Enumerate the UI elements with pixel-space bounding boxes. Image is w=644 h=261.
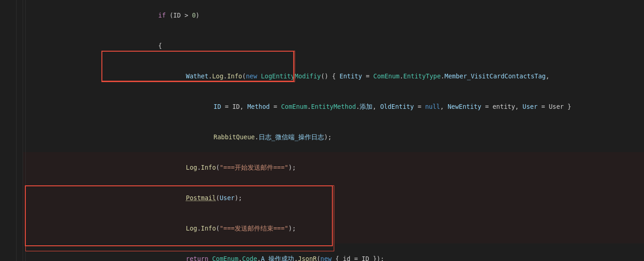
line-num (0, 152, 23, 183)
code-line: return ComEnum.Code.A_操作成功.JsonR(new { i… (23, 243, 644, 261)
line-num (0, 213, 23, 243)
code-editor: if (ID > 0) { Wathet.Log.Info(new LogEnt… (0, 0, 644, 261)
line-num (0, 183, 23, 213)
line-num (0, 122, 23, 152)
line-num (0, 0, 23, 30)
code-line: { (23, 30, 644, 61)
code-line: Postmail(User); (23, 183, 644, 213)
code-line: Log.Info("===发送邮件结束==="); (23, 213, 644, 243)
code-line: if (ID > 0) (23, 0, 644, 30)
code-line: ID = ID, Method = ComEnum.EntityMethod.添… (23, 91, 644, 122)
line-num (0, 243, 23, 261)
code-line: Log.Info("===开始发送邮件==="); (23, 152, 644, 183)
line-num (0, 30, 23, 61)
code-line: RabbitQueue.日志_微信端_操作日志); (23, 122, 644, 152)
code-line: Wathet.Log.Info(new LogEntityModifiy() {… (23, 61, 644, 91)
line-num (0, 91, 23, 122)
line-num (0, 61, 23, 91)
